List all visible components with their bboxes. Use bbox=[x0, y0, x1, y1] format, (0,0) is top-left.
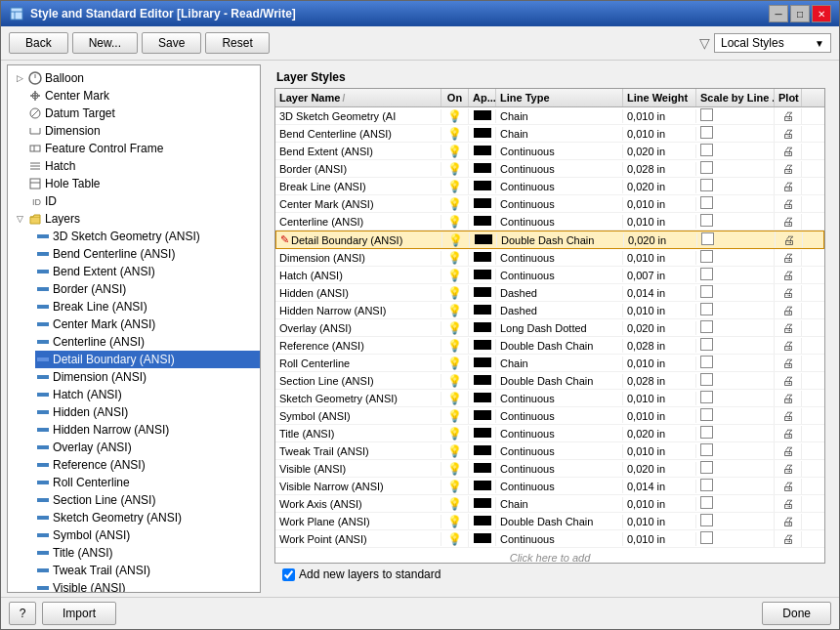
sidebar-item-symbol[interactable]: Symbol (ANSI) bbox=[35, 526, 260, 544]
cell-on[interactable]: 💡 bbox=[441, 179, 469, 194]
table-row[interactable]: Work Point (ANSI) 💡 Continuous 0,010 in … bbox=[275, 530, 824, 548]
tree-container[interactable]: ▷ Balloon ▷ Center Mark ▷ Datum Target ▷ bbox=[8, 65, 260, 592]
table-row[interactable]: Break Line (ANSI) 💡 Continuous 0,020 in … bbox=[275, 178, 824, 195]
add-layers-label[interactable]: Add new layers to standard bbox=[282, 567, 441, 581]
cell-ap[interactable] bbox=[469, 339, 496, 353]
add-row[interactable]: Click here to add bbox=[275, 548, 824, 563]
cell-ap[interactable] bbox=[469, 197, 496, 211]
table-row[interactable]: Title (ANSI) 💡 Continuous 0,020 in 🖨 bbox=[275, 425, 824, 442]
sidebar-item-title[interactable]: Title (ANSI) bbox=[35, 544, 260, 562]
table-row[interactable]: 3D Sketch Geometry (AI 💡 Chain 0,010 in … bbox=[275, 107, 824, 125]
table-row[interactable]: Visible (ANSI) 💡 Continuous 0,020 in 🖨 bbox=[275, 460, 824, 478]
cell-on[interactable]: 💡 bbox=[441, 126, 469, 142]
cell-ap[interactable] bbox=[469, 215, 496, 229]
cell-plot[interactable]: 🖨 bbox=[775, 408, 802, 424]
cell-ap[interactable] bbox=[469, 109, 496, 123]
sidebar-item-hiddennarrow[interactable]: Hidden Narrow (ANSI) bbox=[35, 421, 260, 439]
table-row[interactable]: Overlay (ANSI) 💡 Long Dash Dotted 0,020 … bbox=[275, 319, 824, 337]
cell-plot[interactable]: 🖨 bbox=[775, 161, 802, 177]
cell-on[interactable]: 💡 bbox=[441, 391, 469, 406]
cell-on[interactable]: 💡 bbox=[441, 356, 469, 371]
sidebar-item-sectionline[interactable]: Section Line (ANSI) bbox=[35, 491, 260, 509]
sidebar-item-reference[interactable]: Reference (ANSI) bbox=[35, 456, 260, 474]
add-layers-checkbox[interactable] bbox=[282, 568, 295, 581]
sidebar-item-balloon[interactable]: ▷ Balloon bbox=[8, 69, 260, 87]
back-button[interactable]: Back bbox=[9, 32, 68, 54]
sidebar-item-tweaktrail[interactable]: Tweak Trail (ANSI) bbox=[35, 562, 260, 579]
cell-plot[interactable]: 🖨 bbox=[776, 232, 803, 248]
styles-dropdown[interactable]: Local Styles ▼ bbox=[714, 33, 831, 53]
cell-ap[interactable] bbox=[469, 180, 496, 193]
table-row[interactable]: Symbol (ANSI) 💡 Continuous 0,010 in 🖨 bbox=[275, 407, 824, 425]
maximize-button[interactable]: □ bbox=[790, 5, 810, 22]
cell-on[interactable]: 💡 bbox=[441, 250, 469, 266]
reset-button[interactable]: Reset bbox=[205, 32, 269, 54]
table-row[interactable]: Dimension (ANSI) 💡 Continuous 0,010 in 🖨 bbox=[275, 249, 824, 267]
cell-plot[interactable]: 🖨 bbox=[775, 496, 802, 512]
sidebar-item-breakline[interactable]: Break Line (ANSI) bbox=[35, 298, 260, 315]
cell-on[interactable]: 💡 bbox=[441, 461, 469, 477]
done-button[interactable]: Done bbox=[762, 602, 831, 625]
cell-plot[interactable]: 🖨 bbox=[775, 338, 802, 354]
table-row[interactable]: Bend Extent (ANSI) 💡 Continuous 0,020 in… bbox=[275, 143, 824, 160]
cell-on[interactable]: 💡 bbox=[441, 338, 469, 354]
sidebar-item-rollcenterline[interactable]: Roll Centerline bbox=[35, 474, 260, 491]
close-button[interactable]: ✕ bbox=[812, 5, 831, 22]
cell-on[interactable]: 💡 bbox=[442, 232, 470, 248]
cell-plot[interactable]: 🖨 bbox=[775, 179, 802, 194]
table-row[interactable]: Hidden Narrow (ANSI) 💡 Dashed 0,010 in 🖨 bbox=[275, 302, 824, 319]
cell-ap[interactable] bbox=[469, 480, 496, 493]
sidebar-item-border[interactable]: Border (ANSI) bbox=[35, 280, 260, 298]
cell-ap[interactable] bbox=[469, 127, 496, 141]
table-row[interactable]: Work Axis (ANSI) 💡 Chain 0,010 in 🖨 bbox=[275, 495, 824, 513]
cell-ap[interactable] bbox=[470, 233, 497, 247]
sidebar-item-hidden[interactable]: Hidden (ANSI) bbox=[35, 403, 260, 421]
sidebar-item-centermark[interactable]: ▷ Center Mark bbox=[8, 87, 260, 105]
cell-plot[interactable]: 🖨 bbox=[775, 196, 802, 212]
cell-plot[interactable]: 🖨 bbox=[775, 391, 802, 406]
sidebar-item-centerline[interactable]: Centerline (ANSI) bbox=[35, 333, 260, 351]
table-body[interactable]: 3D Sketch Geometry (AI 💡 Chain 0,010 in … bbox=[275, 107, 824, 563]
table-row[interactable]: Hatch (ANSI) 💡 Continuous 0,007 in 🖨 bbox=[275, 267, 824, 284]
cell-plot[interactable]: 🖨 bbox=[775, 144, 802, 159]
cell-ap[interactable] bbox=[469, 532, 496, 546]
sidebar-item-dimension[interactable]: ▷ Dimension bbox=[8, 122, 260, 140]
table-row[interactable]: Center Mark (ANSI) 💡 Continuous 0,010 in… bbox=[275, 195, 824, 213]
cell-on[interactable]: 💡 bbox=[441, 196, 469, 212]
cell-plot[interactable]: 🖨 bbox=[775, 285, 802, 301]
cell-on[interactable]: 💡 bbox=[441, 320, 469, 336]
sidebar-item-centermarkl[interactable]: Center Mark (ANSI) bbox=[35, 315, 260, 333]
sidebar-item-3dsketch[interactable]: 3D Sketch Geometry (ANSI) bbox=[35, 228, 260, 245]
sidebar-item-detailboundary[interactable]: Detail Boundary (ANSI) bbox=[35, 351, 260, 368]
cell-plot[interactable]: 🖨 bbox=[775, 214, 802, 230]
cell-ap[interactable] bbox=[469, 321, 496, 335]
new-button[interactable]: New... bbox=[72, 32, 138, 54]
minimize-button[interactable]: ─ bbox=[769, 5, 788, 22]
table-row[interactable]: Roll Centerline 💡 Chain 0,010 in 🖨 bbox=[275, 355, 824, 372]
table-row[interactable]: Tweak Trail (ANSI) 💡 Continuous 0,010 in… bbox=[275, 442, 824, 460]
sidebar-item-dimensionl[interactable]: Dimension (ANSI) bbox=[35, 368, 260, 386]
sidebar-item-holetable[interactable]: ▷ Hole Table bbox=[8, 175, 260, 192]
sidebar-item-overlay[interactable]: Overlay (ANSI) bbox=[35, 439, 260, 456]
sidebar-item-hatch[interactable]: ▷ Hatch bbox=[8, 157, 260, 175]
cell-ap[interactable] bbox=[469, 409, 496, 423]
sidebar-item-sketchgeometry[interactable]: Sketch Geometry (ANSI) bbox=[35, 509, 260, 526]
cell-ap[interactable] bbox=[469, 304, 496, 317]
cell-on[interactable]: 💡 bbox=[441, 531, 469, 547]
sidebar-item-layers[interactable]: ▽ Layers bbox=[8, 210, 260, 228]
table-row[interactable]: Section Line (ANSI) 💡 Double Dash Chain … bbox=[275, 372, 824, 390]
cell-ap[interactable] bbox=[469, 145, 496, 158]
table-row[interactable]: Bend Centerline (ANSI) 💡 Chain 0,010 in … bbox=[275, 125, 824, 143]
cell-plot[interactable]: 🖨 bbox=[775, 531, 802, 547]
table-row[interactable]: Visible Narrow (ANSI) 💡 Continuous 0,014… bbox=[275, 478, 824, 495]
cell-ap[interactable] bbox=[469, 357, 496, 370]
cell-ap[interactable] bbox=[469, 286, 496, 300]
cell-ap[interactable] bbox=[469, 497, 496, 511]
cell-on[interactable]: 💡 bbox=[441, 108, 469, 124]
cell-plot[interactable]: 🖨 bbox=[775, 126, 802, 142]
cell-plot[interactable]: 🖨 bbox=[775, 250, 802, 266]
cell-plot[interactable]: 🖨 bbox=[775, 108, 802, 124]
import-button[interactable]: Import bbox=[42, 602, 116, 625]
table-row[interactable]: Hidden (ANSI) 💡 Dashed 0,014 in 🖨 bbox=[275, 284, 824, 302]
cell-on[interactable]: 💡 bbox=[441, 496, 469, 512]
